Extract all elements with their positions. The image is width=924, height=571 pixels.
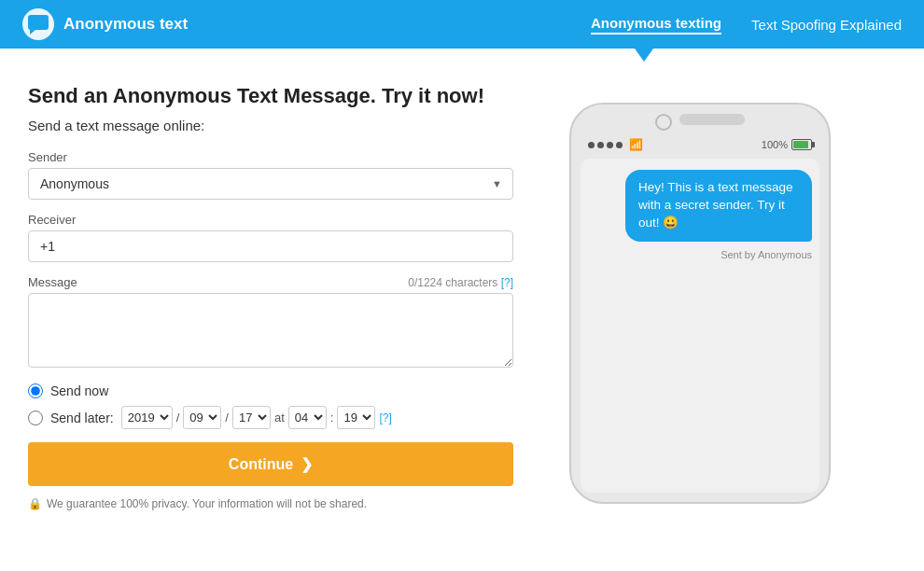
phone-speaker	[679, 114, 745, 125]
schedule-year[interactable]: 2019	[121, 406, 173, 429]
send-later-radio[interactable]	[28, 411, 43, 425]
schedule-day[interactable]: 17	[232, 406, 271, 429]
continue-label: Continue	[229, 456, 293, 473]
wifi-icon: 📶	[629, 138, 643, 151]
privacy-text: We guarantee 100% privacy. Your informat…	[47, 497, 367, 510]
receiver-field-group: Receiver	[28, 213, 513, 262]
send-later-label[interactable]: Send later:	[50, 411, 114, 425]
nav-indicator	[0, 49, 924, 62]
continue-button[interactable]: Continue ❯	[28, 442, 513, 486]
year-sep: /	[176, 411, 180, 425]
phone-messages: Hey! This is a text message with a secre…	[581, 159, 819, 493]
app-header: Anonymous text Anonymous texting Text Sp…	[0, 0, 924, 49]
sender-label: Sender	[28, 150, 513, 164]
page-subheading: Send a text message online:	[28, 118, 513, 133]
form-section: Send an Anonymous Text Message. Try it n…	[28, 84, 513, 510]
schedule-section: Send now Send later: 2019 / 09 / 17	[28, 383, 513, 429]
battery-percent: 100%	[762, 139, 788, 150]
schedule-month[interactable]: 09	[183, 406, 221, 429]
logo-text: Anonymous text	[63, 15, 188, 34]
phone-section: 📶 100% Hey! This is a text message with …	[551, 84, 849, 510]
phone-top	[581, 114, 819, 131]
phone-mockup: 📶 100% Hey! This is a text message with …	[569, 103, 831, 504]
signal-dots: 📶	[588, 138, 643, 151]
receiver-input[interactable]	[28, 230, 513, 262]
message-counter: 0/1224 characters [?]	[408, 276, 513, 289]
logo-icon	[22, 8, 54, 40]
schedule-controls: 2019 / 09 / 17 at 04 : 1	[121, 406, 392, 429]
battery-fill	[793, 141, 808, 148]
message-header: Message 0/1224 characters [?]	[28, 275, 513, 289]
message-counter-text: 0/1224 characters	[408, 276, 497, 289]
lock-icon: 🔒	[28, 497, 42, 510]
month-sep: /	[225, 411, 229, 425]
sender-select[interactable]: Anonymous Custom	[28, 168, 513, 200]
battery-area: 100%	[762, 139, 812, 150]
message-bubble: Hey! This is a text message with a secre…	[625, 170, 812, 242]
nav-anonymous-texting[interactable]: Anonymous texting	[591, 15, 721, 35]
message-help[interactable]: [?]	[501, 276, 513, 289]
main-nav: Anonymous texting Text Spoofing Explaine…	[591, 15, 902, 35]
time-sep: :	[330, 411, 334, 425]
send-now-row: Send now	[28, 383, 513, 398]
phone-status-bar: 📶 100%	[581, 136, 819, 153]
send-now-radio[interactable]	[28, 383, 43, 398]
page-heading: Send an Anonymous Text Message. Try it n…	[28, 84, 513, 108]
dot-3	[607, 142, 613, 148]
send-now-label[interactable]: Send now	[50, 383, 108, 398]
logo: Anonymous text	[22, 8, 591, 40]
battery-icon	[791, 139, 812, 150]
sender-select-wrapper: Anonymous Custom	[28, 168, 513, 200]
send-later-row: Send later: 2019 / 09 / 17 at 04	[28, 406, 513, 429]
message-field-group: Message 0/1224 characters [?]	[28, 275, 513, 370]
receiver-label: Receiver	[28, 213, 513, 227]
sender-field-group: Sender Anonymous Custom	[28, 150, 513, 200]
sent-by: Sent by Anonymous	[721, 249, 812, 260]
main-content: Send an Anonymous Text Message. Try it n…	[0, 62, 924, 533]
dot-2	[597, 142, 604, 148]
nav-text-spoofing[interactable]: Text Spoofing Explained	[751, 17, 902, 33]
schedule-minute[interactable]: 19	[337, 406, 375, 429]
continue-arrow: ❯	[301, 455, 313, 473]
message-textarea[interactable]	[28, 293, 513, 368]
dot-1	[588, 142, 595, 148]
at-label: at	[274, 411, 285, 425]
privacy-note: 🔒 We guarantee 100% privacy. Your inform…	[28, 497, 513, 510]
phone-camera	[655, 114, 672, 131]
schedule-help[interactable]: [?]	[379, 411, 391, 425]
dot-4	[616, 142, 623, 148]
schedule-hour[interactable]: 04	[288, 406, 327, 429]
message-label: Message	[28, 275, 77, 289]
